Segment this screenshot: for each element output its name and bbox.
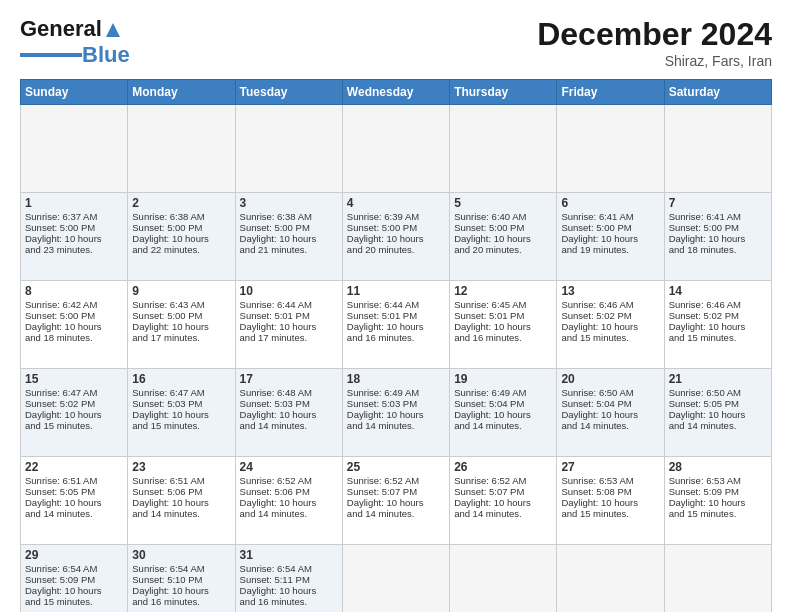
col-monday: Monday	[128, 80, 235, 105]
day-11: 11 Sunrise: 6:44 AMSunset: 5:01 PMDaylig…	[342, 281, 449, 369]
empty-cell	[664, 105, 771, 193]
empty-cell	[450, 105, 557, 193]
day-19: 19 Sunrise: 6:49 AMSunset: 5:04 PMDaylig…	[450, 369, 557, 457]
week-row-2: 1 Sunrise: 6:37 AMSunset: 5:00 PMDayligh…	[21, 193, 772, 281]
day-16: 16 Sunrise: 6:47 AMSunset: 5:03 PMDaylig…	[128, 369, 235, 457]
week-row-6: 29 Sunrise: 6:54 AMSunset: 5:09 PMDaylig…	[21, 545, 772, 613]
day-18: 18 Sunrise: 6:49 AMSunset: 5:03 PMDaylig…	[342, 369, 449, 457]
day-12: 12 Sunrise: 6:45 AMSunset: 5:01 PMDaylig…	[450, 281, 557, 369]
day-24: 24 Sunrise: 6:52 AMSunset: 5:06 PMDaylig…	[235, 457, 342, 545]
svg-marker-0	[106, 23, 120, 37]
logo-arrow-icon	[104, 19, 122, 39]
week-row-5: 22 Sunrise: 6:51 AMSunset: 5:05 PMDaylig…	[21, 457, 772, 545]
day-6: 6 Sunrise: 6:41 AMSunset: 5:00 PMDayligh…	[557, 193, 664, 281]
empty-cell	[557, 545, 664, 613]
week-row-3: 8 Sunrise: 6:42 AMSunset: 5:00 PMDayligh…	[21, 281, 772, 369]
day-13: 13 Sunrise: 6:46 AMSunset: 5:02 PMDaylig…	[557, 281, 664, 369]
empty-cell	[342, 105, 449, 193]
day-22: 22 Sunrise: 6:51 AMSunset: 5:05 PMDaylig…	[21, 457, 128, 545]
day-2: 2 Sunrise: 6:38 AMSunset: 5:00 PMDayligh…	[128, 193, 235, 281]
col-wednesday: Wednesday	[342, 80, 449, 105]
day-5: 5 Sunrise: 6:40 AMSunset: 5:00 PMDayligh…	[450, 193, 557, 281]
location: Shiraz, Fars, Iran	[537, 53, 772, 69]
logo-blue: Blue	[82, 42, 130, 68]
empty-cell	[450, 545, 557, 613]
empty-cell	[557, 105, 664, 193]
empty-cell	[664, 545, 771, 613]
day-14: 14 Sunrise: 6:46 AMSunset: 5:02 PMDaylig…	[664, 281, 771, 369]
day-26: 26 Sunrise: 6:52 AMSunset: 5:07 PMDaylig…	[450, 457, 557, 545]
day-8: 8 Sunrise: 6:42 AMSunset: 5:00 PMDayligh…	[21, 281, 128, 369]
day-21: 21 Sunrise: 6:50 AMSunset: 5:05 PMDaylig…	[664, 369, 771, 457]
day-25: 25 Sunrise: 6:52 AMSunset: 5:07 PMDaylig…	[342, 457, 449, 545]
day-1: 1 Sunrise: 6:37 AMSunset: 5:00 PMDayligh…	[21, 193, 128, 281]
calendar-table: Sunday Monday Tuesday Wednesday Thursday…	[20, 79, 772, 612]
col-saturday: Saturday	[664, 80, 771, 105]
col-tuesday: Tuesday	[235, 80, 342, 105]
day-17: 17 Sunrise: 6:48 AMSunset: 5:03 PMDaylig…	[235, 369, 342, 457]
empty-cell	[21, 105, 128, 193]
month-title: December 2024	[537, 16, 772, 53]
day-3: 3 Sunrise: 6:38 AMSunset: 5:00 PMDayligh…	[235, 193, 342, 281]
day-10: 10 Sunrise: 6:44 AMSunset: 5:01 PMDaylig…	[235, 281, 342, 369]
logo: General Blue	[20, 16, 130, 68]
day-4: 4 Sunrise: 6:39 AMSunset: 5:00 PMDayligh…	[342, 193, 449, 281]
day-27: 27 Sunrise: 6:53 AMSunset: 5:08 PMDaylig…	[557, 457, 664, 545]
day-7: 7 Sunrise: 6:41 AMSunset: 5:00 PMDayligh…	[664, 193, 771, 281]
day-20: 20 Sunrise: 6:50 AMSunset: 5:04 PMDaylig…	[557, 369, 664, 457]
day-31: 31 Sunrise: 6:54 AMSunset: 5:11 PMDaylig…	[235, 545, 342, 613]
header: General Blue December 2024 Shiraz, Fars,…	[20, 16, 772, 69]
week-row-4: 15 Sunrise: 6:47 AMSunset: 5:02 PMDaylig…	[21, 369, 772, 457]
col-thursday: Thursday	[450, 80, 557, 105]
day-23: 23 Sunrise: 6:51 AMSunset: 5:06 PMDaylig…	[128, 457, 235, 545]
empty-cell	[342, 545, 449, 613]
empty-cell	[235, 105, 342, 193]
day-30: 30 Sunrise: 6:54 AMSunset: 5:10 PMDaylig…	[128, 545, 235, 613]
col-sunday: Sunday	[21, 80, 128, 105]
week-row-1	[21, 105, 772, 193]
calendar-header-row: Sunday Monday Tuesday Wednesday Thursday…	[21, 80, 772, 105]
day-29: 29 Sunrise: 6:54 AMSunset: 5:09 PMDaylig…	[21, 545, 128, 613]
col-friday: Friday	[557, 80, 664, 105]
day-9: 9 Sunrise: 6:43 AMSunset: 5:00 PMDayligh…	[128, 281, 235, 369]
day-28: 28 Sunrise: 6:53 AMSunset: 5:09 PMDaylig…	[664, 457, 771, 545]
logo-general: General	[20, 16, 102, 42]
day-15: 15 Sunrise: 6:47 AMSunset: 5:02 PMDaylig…	[21, 369, 128, 457]
empty-cell	[128, 105, 235, 193]
page: General Blue December 2024 Shiraz, Fars,…	[0, 0, 792, 612]
title-block: December 2024 Shiraz, Fars, Iran	[537, 16, 772, 69]
